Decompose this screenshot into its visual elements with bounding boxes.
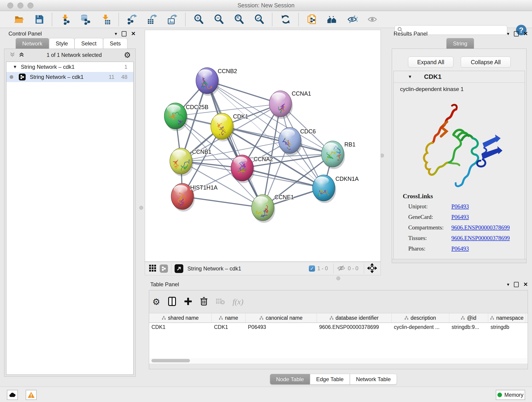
table-hscroll-thumb[interactable] [152,359,190,362]
network-canvas[interactable]: CCNB2CCNA1CDC25BCDK1CDC6RB1CCNB1CCNA2CDK… [145,30,381,262]
table-cell[interactable]: stringdb [488,323,526,332]
collapse-all-button[interactable]: Collapse All [461,57,511,68]
export-table-icon[interactable] [142,13,162,26]
column-header-description[interactable]: description [392,313,449,322]
column-header-databaseidentifier[interactable]: database identifier [317,313,392,322]
node-label: CCNB1 [192,148,211,155]
hidden-eye-icon[interactable] [337,265,346,273]
tab-sets[interactable]: Sets [103,38,127,49]
table-row[interactable]: CDK1CDK1P064939606.ENSP00000378699cyclin… [149,323,528,332]
table-cell[interactable]: CDK1 [212,323,246,332]
results-panel-close-icon[interactable]: ✕ [523,31,528,37]
memory-button[interactable]: Memory [496,390,525,400]
open-file-icon[interactable] [9,13,29,26]
string-app-icon [19,74,26,80]
gene-section-header[interactable]: ▼ CDK1 [394,71,525,83]
expand-all-tree-icon[interactable] [19,51,25,58]
delete-table-icon [215,298,225,306]
delete-column-icon[interactable] [200,297,208,307]
grid-view-icon[interactable] [149,264,157,273]
column-header-sharedname[interactable]: shared name [149,313,212,322]
add-column-icon[interactable] [184,297,192,306]
table-hscrollbar[interactable] [150,358,527,363]
import-network-file-icon[interactable] [55,13,75,26]
import-network-database-icon[interactable] [75,13,95,26]
cloud-status-button[interactable] [7,390,18,400]
tab-select[interactable]: Select [75,38,103,49]
crosslink-link[interactable]: P06493 [451,203,469,210]
tab-string[interactable]: String [446,38,474,49]
toolbar-separator [272,13,273,26]
collapse-all-tree-icon[interactable] [9,51,15,58]
clone-network-icon[interactable] [302,13,322,26]
network-node[interactable]: HIST1H1A [171,183,218,211]
network-node[interactable]: RB1 [322,141,355,169]
export-network-icon[interactable] [122,13,142,26]
export-image-icon[interactable] [162,13,182,26]
tab-network-table[interactable]: Network Table [350,374,397,385]
tab-network[interactable]: Network [16,38,49,49]
tree-collapse-icon[interactable]: ▼ [13,64,17,70]
column-header-canonicalname[interactable]: canonical name [246,313,317,322]
control-panel-menu-icon[interactable]: ▾ [115,31,117,36]
table-cell[interactable]: cyclin-dependent ... [392,323,449,332]
table-panel-close-icon[interactable]: ✕ [523,281,528,288]
warning-icon [27,392,35,398]
apply-layout-icon[interactable] [275,13,296,26]
network-node[interactable]: CDC6 [279,128,316,156]
tab-style[interactable]: Style [49,38,75,49]
table-options-gear-icon[interactable]: ⚙ [152,297,160,307]
tab-edge-table[interactable]: Edge Table [310,374,350,385]
bottom-splitter-handle[interactable] [336,276,340,280]
table-cell[interactable]: 9606.ENSP00000378699 [317,323,392,332]
network-node[interactable]: CDKN1A [312,175,359,203]
zoom-in-icon[interactable] [189,13,209,26]
show-columns-icon[interactable] [168,297,176,307]
control-panel-close-icon[interactable]: ✕ [131,31,136,37]
network-share-icon[interactable] [160,264,168,273]
birds-eye-view-icon[interactable] [322,13,342,26]
crosslink-row: Pharos:P06493 [394,243,525,254]
shared-column-icon [490,315,494,321]
import-table-file-icon[interactable] [95,13,116,26]
results-panel-menu-icon[interactable]: ▾ [507,31,509,36]
hide-selected-icon[interactable] [342,13,362,26]
table-cell[interactable]: P06493 [246,323,317,332]
control-panel: 1 of 1 Network selected ⚙ ▼ String Netwo… [4,49,136,377]
table-panel-menu-icon[interactable]: ▾ [507,282,509,287]
column-header-id[interactable]: @id [449,313,488,322]
zoom-selected-icon[interactable] [249,13,269,26]
crosslink-link[interactable]: P06493 [451,245,469,252]
left-splitter-handle[interactable] [139,206,143,210]
expand-all-button[interactable]: Expand All [408,57,453,68]
column-header-namespace[interactable]: namespace [488,313,526,322]
save-session-icon[interactable] [29,13,49,26]
table-panel: ⚙ f(x) shared namenamecanonical namedata… [149,290,528,369]
crosslink-link[interactable]: 9606.ENSP00000378699 [451,224,510,231]
crosslink-link[interactable]: P06493 [451,214,469,220]
network-tree-row[interactable]: String Network – cdk1 11 48 [6,72,133,82]
table-cell[interactable]: CDK1 [149,323,212,332]
control-panel-float-icon[interactable] [122,31,127,36]
selected-checkbox-icon[interactable]: ✓ [309,265,315,272]
network-node[interactable]: CCNA2 [231,155,273,183]
section-collapse-icon[interactable]: ▼ [408,74,412,79]
table-panel-float-icon[interactable] [514,282,519,287]
network-options-gear-icon[interactable]: ⚙ [124,51,131,59]
table-panel-tabs: Node TableEdge TableNetwork Table [270,374,397,385]
zoom-out-icon[interactable] [209,13,229,26]
crosslink-label: Compartments: [408,224,451,231]
results-panel-float-icon[interactable] [514,31,519,36]
birds-eye-toggle-icon[interactable] [367,263,377,274]
tab-node-table[interactable]: Node Table [270,374,310,385]
open-in-window-icon[interactable] [175,264,183,273]
network-node[interactable]: CCNB2 [196,68,237,96]
network-node[interactable]: CCNE1 [252,194,294,223]
crosslink-link[interactable]: 9606.ENSP00000378699 [451,235,510,241]
network-node[interactable]: CCNA1 [269,90,311,120]
column-header-name[interactable]: name [212,313,246,322]
network-tree-root-row[interactable]: ▼ String Network – cdk1 1 [6,62,133,72]
zoom-fit-icon[interactable] [229,13,249,26]
table-cell[interactable]: stringdb:9... [449,323,488,332]
warning-status-button[interactable] [26,390,37,400]
